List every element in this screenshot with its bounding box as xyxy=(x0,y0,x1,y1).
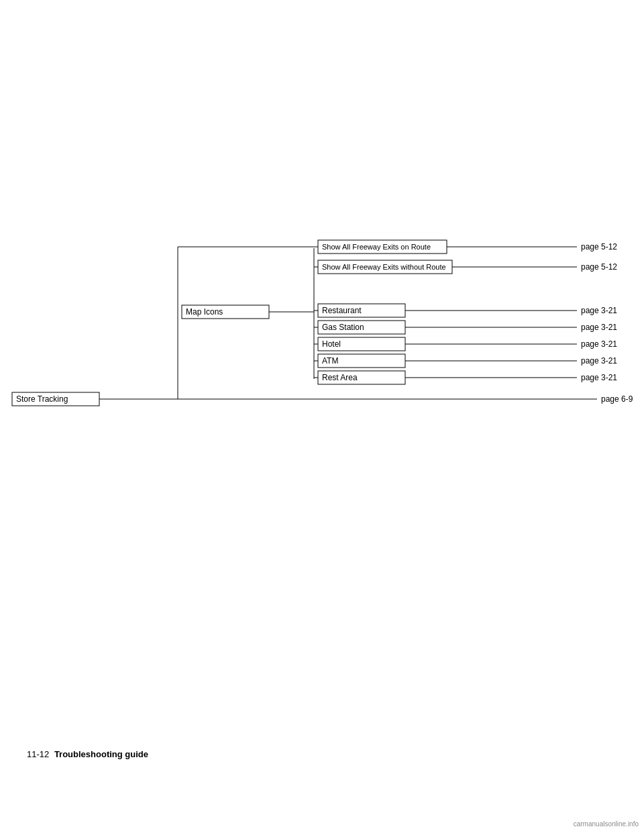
svg-text:Show All Freeway Exits on Rout: Show All Freeway Exits on Route xyxy=(322,243,431,251)
svg-text:page 6-9: page 6-9 xyxy=(601,394,633,404)
svg-text:page 3-21: page 3-21 xyxy=(581,373,617,382)
footer: 11-12 Troubleshooting guide xyxy=(27,749,148,759)
svg-text:page 3-21: page 3-21 xyxy=(581,323,617,332)
svg-text:Gas Station: Gas Station xyxy=(322,323,364,332)
section-label: Troubleshooting guide xyxy=(54,749,148,759)
svg-text:Restaurant: Restaurant xyxy=(322,306,362,315)
diagram-svg: Store Tracking page 6-9 Map Icons Show A… xyxy=(0,208,644,423)
svg-text:page 3-21: page 3-21 xyxy=(581,306,617,315)
svg-text:Show All Freeway Exits without: Show All Freeway Exits without Route xyxy=(322,263,446,271)
svg-text:Store Tracking: Store Tracking xyxy=(16,394,68,404)
svg-text:Hotel: Hotel xyxy=(322,339,341,349)
svg-text:Rest Area: Rest Area xyxy=(322,373,358,382)
svg-text:page 5-12: page 5-12 xyxy=(581,262,617,272)
page-number: 11-12 xyxy=(27,749,49,759)
svg-text:page 3-21: page 3-21 xyxy=(581,356,617,366)
svg-text:page 5-12: page 5-12 xyxy=(581,242,617,252)
svg-text:Map Icons: Map Icons xyxy=(186,307,223,317)
svg-text:ATM: ATM xyxy=(322,356,338,366)
svg-text:page 3-21: page 3-21 xyxy=(581,339,617,349)
watermark: carmanualsonline.info xyxy=(574,820,639,828)
